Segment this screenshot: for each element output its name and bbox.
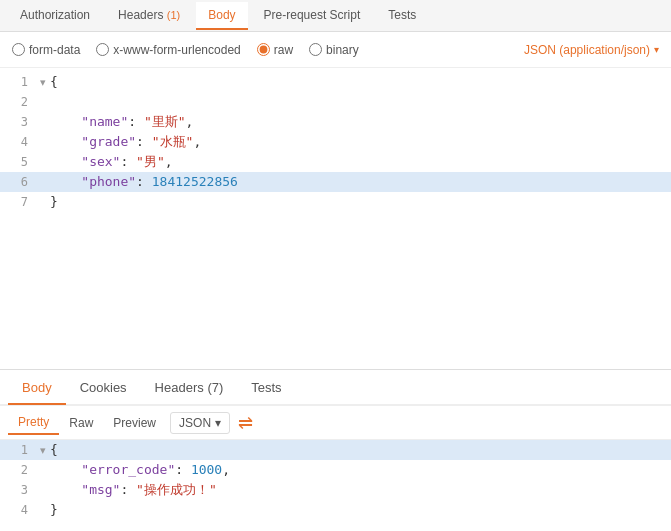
- response-tab-tests[interactable]: Tests: [237, 372, 295, 405]
- bottom-section: Body Cookies Headers (7) Tests Pretty Ra…: [0, 370, 671, 531]
- code-line-3: 3 "name": "里斯",: [0, 112, 671, 132]
- code-line-1: 1 ▾ {: [0, 72, 671, 92]
- response-tab-headers[interactable]: Headers (7): [141, 372, 238, 405]
- body-options-bar: form-data x-www-form-urlencoded raw bina…: [0, 32, 671, 68]
- resp-line-4: 4 }: [0, 500, 671, 520]
- request-body-editor[interactable]: 1 ▾ { 2 3 "name": "里斯", 4 "grade": "水瓶",…: [0, 68, 671, 369]
- response-tab-cookies[interactable]: Cookies: [66, 372, 141, 405]
- resp-line-1: 1 ▾ {: [0, 440, 671, 460]
- pretty-button[interactable]: Pretty: [8, 411, 59, 435]
- code-line-4: 4 "grade": "水瓶",: [0, 132, 671, 152]
- response-tab-body[interactable]: Body: [8, 372, 66, 405]
- json-type-select[interactable]: JSON (application/json) ▾: [524, 43, 659, 57]
- request-tab-bar: Authorization Headers (1) Body Pre-reque…: [0, 0, 671, 32]
- raw-option[interactable]: raw: [257, 43, 293, 57]
- response-toolbar: Pretty Raw Preview JSON ▾ ⇌: [0, 406, 671, 440]
- response-tab-bar: Body Cookies Headers (7) Tests: [0, 370, 671, 406]
- code-line-6: 6 "phone": 18412522856: [0, 172, 671, 192]
- chevron-down-icon: ▾: [654, 44, 659, 55]
- chevron-down-icon: ▾: [215, 416, 221, 430]
- resp-line-3: 3 "msg": "操作成功！": [0, 480, 671, 500]
- tab-authorization[interactable]: Authorization: [8, 2, 102, 30]
- tab-headers[interactable]: Headers (1): [106, 2, 192, 30]
- fold-icon-1[interactable]: ▾: [36, 72, 50, 92]
- json-format-dropdown[interactable]: JSON ▾: [170, 412, 230, 434]
- urlencoded-option[interactable]: x-www-form-urlencoded: [96, 43, 240, 57]
- raw-button[interactable]: Raw: [59, 412, 103, 434]
- form-data-option[interactable]: form-data: [12, 43, 80, 57]
- tab-body[interactable]: Body: [196, 2, 247, 30]
- tab-tests[interactable]: Tests: [376, 2, 428, 30]
- fold-icon-resp-1[interactable]: ▾: [36, 440, 50, 460]
- code-line-2: 2: [0, 92, 671, 112]
- resp-line-2: 2 "error_code": 1000,: [0, 460, 671, 480]
- top-section: Authorization Headers (1) Body Pre-reque…: [0, 0, 671, 370]
- preview-button[interactable]: Preview: [103, 412, 166, 434]
- wrap-icon[interactable]: ⇌: [238, 412, 253, 434]
- code-line-5: 5 "sex": "男",: [0, 152, 671, 172]
- code-line-7: 7 }: [0, 192, 671, 212]
- tab-pre-request-script[interactable]: Pre-request Script: [252, 2, 373, 30]
- response-body-viewer: 1 ▾ { 2 "error_code": 1000, 3 "msg": "操作…: [0, 440, 671, 531]
- binary-option[interactable]: binary: [309, 43, 359, 57]
